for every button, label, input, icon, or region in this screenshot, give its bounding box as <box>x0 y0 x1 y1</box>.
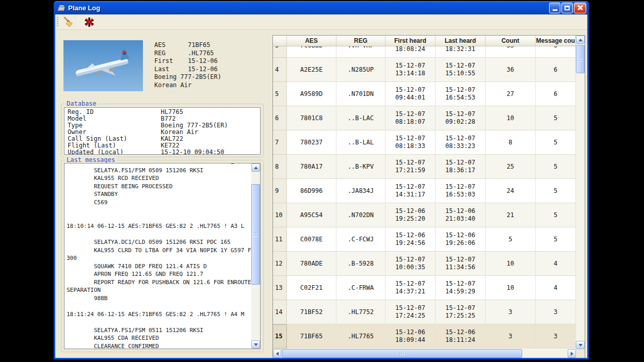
messages-scrollbar[interactable] <box>251 163 260 349</box>
cell-last-heard[interactable]: 15-12-0708:33:23 <box>436 130 486 155</box>
cell-reg[interactable]: .N285UP <box>336 58 385 82</box>
table-row[interactable]: 8780A17..B-KPV15-12-0717:21:5915-12-0718… <box>273 155 576 179</box>
table-row[interactable]: 10A95C54.N702DN15-12-0619:25:2015-12-062… <box>273 203 576 227</box>
row-number[interactable]: 3 <box>273 46 287 58</box>
row-number[interactable]: 5 <box>273 82 287 106</box>
table-vscrollbar[interactable] <box>576 36 585 349</box>
cell-reg[interactable]: ..B-LAC <box>336 106 385 130</box>
cell-reg[interactable]: .C-FRWA <box>336 276 385 300</box>
cell-first-heard[interactable]: 15-12-0717:21:59 <box>385 155 436 179</box>
cell-reg[interactable]: .JA834J <box>336 179 385 203</box>
column-header-reg[interactable]: REG <box>336 36 385 46</box>
cell-last-heard[interactable]: 15-12-0718:36:17 <box>436 155 486 179</box>
cell-count[interactable]: 10 <box>486 106 536 130</box>
cell-aes[interactable]: 71BF52 <box>287 300 336 324</box>
table-scroll-right-button[interactable] <box>568 349 576 358</box>
cell-first-heard[interactable]: 15-12-0717:24:25 <box>385 300 436 324</box>
row-number[interactable]: 6 <box>273 106 287 130</box>
cell-aes[interactable]: 780A17 <box>287 155 336 179</box>
row-number[interactable]: 9 <box>273 179 287 203</box>
corner-header[interactable] <box>273 36 287 46</box>
cell-count[interactable]: 21 <box>486 203 536 227</box>
cell-message-count[interactable]: 5 <box>536 106 576 130</box>
cell-reg[interactable]: .VH-VKF <box>336 46 385 58</box>
row-number[interactable]: 14 <box>273 300 287 324</box>
maximize-button[interactable] <box>561 3 573 13</box>
cell-aes[interactable]: 86D996 <box>287 179 336 203</box>
row-number[interactable]: 11 <box>273 227 287 252</box>
cell-aes[interactable]: C02F21 <box>287 276 336 300</box>
cell-last-heard[interactable]: 15-12-0711:34:56 <box>436 252 486 276</box>
cell-aes[interactable]: 780ADE <box>287 252 336 276</box>
cell-reg[interactable]: .C-FCWJ <box>336 227 385 252</box>
table-scroll-up-button[interactable] <box>576 36 585 44</box>
table-row[interactable]: 1571BF65.HL776515-12-0618:09:4415-12-061… <box>273 324 576 349</box>
column-header-aes[interactable]: AES <box>287 36 336 46</box>
cell-count[interactable]: 33 <box>486 46 536 58</box>
cell-message-count[interactable]: 5 <box>536 179 576 203</box>
table-scroll-left-button[interactable] <box>273 349 281 358</box>
table-vscroll-thumb[interactable] <box>576 45 585 73</box>
cell-first-heard[interactable]: 15-12-0710:00:35 <box>385 252 436 276</box>
table-hscroll-thumb[interactable] <box>282 349 522 358</box>
cell-first-heard[interactable]: 15-12-0619:25:20 <box>385 203 436 227</box>
cell-aes[interactable]: A2E25E <box>287 58 336 82</box>
table-row[interactable]: 13C02F21.C-FRWA15-12-0714:37:2115-12-071… <box>273 276 576 300</box>
messages-scroll-thumb[interactable] <box>251 184 260 285</box>
table-row[interactable]: 1471BF52.HL775215-12-0717:24:2515-12-071… <box>273 300 576 324</box>
cell-count[interactable]: 3 <box>486 300 536 324</box>
cell-message-count[interactable]: 5 <box>536 155 576 179</box>
table-row[interactable]: 986D996.JA834J15-12-0714:31:1715-12-0716… <box>273 179 576 203</box>
titlebar[interactable]: Plane Log <box>54 1 589 14</box>
table-scroll-down-button[interactable] <box>576 341 585 349</box>
cell-message-count[interactable]: 5 <box>536 227 576 252</box>
cell-first-heard[interactable]: 15-12-0714:37:21 <box>385 276 436 300</box>
cell-last-heard[interactable]: 15-12-0716:54:53 <box>436 82 486 106</box>
cell-reg[interactable]: ..B-LAL <box>336 130 385 155</box>
cell-count[interactable]: 5 <box>486 227 536 252</box>
cell-aes[interactable]: 7801C8 <box>287 106 336 130</box>
cell-reg[interactable]: .HL7752 <box>336 300 385 324</box>
row-number[interactable]: 15 <box>273 324 287 349</box>
cell-last-heard[interactable]: 15-12-0618:11:24 <box>436 324 486 349</box>
cell-last-heard[interactable]: 15-12-0718:32:31 <box>436 46 486 58</box>
table-row[interactable]: 5A9589D.N701DN15-12-0709:44:0115-12-0716… <box>273 82 576 106</box>
table-row[interactable]: 4A2E25E.N285UP15-12-0713:14:1815-12-0715… <box>273 58 576 82</box>
cell-message-count[interactable]: 6 <box>536 82 576 106</box>
cell-count[interactable]: 10 <box>486 252 536 276</box>
app-folder-icon[interactable] <box>57 4 66 12</box>
cell-aes[interactable]: C0078E <box>287 227 336 252</box>
cell-message-count[interactable]: 6 <box>536 46 576 58</box>
cell-first-heard[interactable]: 15-12-0708:18:07 <box>385 106 436 130</box>
cell-first-heard[interactable]: 15-12-0708:18:33 <box>385 130 436 155</box>
column-header-first-heard[interactable]: First heard <box>385 36 436 46</box>
cell-aes[interactable]: A95C54 <box>287 203 336 227</box>
cell-first-heard[interactable]: 15-12-0618:08:24 <box>385 46 436 58</box>
minimize-button[interactable] <box>549 3 560 13</box>
cell-count[interactable]: 25 <box>486 155 536 179</box>
row-number[interactable]: 10 <box>273 203 287 227</box>
column-header-message-cou[interactable]: Message cou <box>536 36 576 46</box>
column-header-count[interactable]: Count <box>486 36 536 46</box>
table-row[interactable]: 11C0078E.C-FCWJ15-12-0619:24:5615-12-061… <box>273 227 576 252</box>
row-number[interactable]: 13 <box>273 276 287 300</box>
table-hscrollbar[interactable] <box>273 349 576 358</box>
table-row[interactable]: 67801C8..B-LAC15-12-0708:18:0715-12-0709… <box>273 106 576 130</box>
table-row[interactable]: 12780ADE.B-592815-12-0710:00:3515-12-071… <box>273 252 576 276</box>
cell-reg[interactable]: .HL7765 <box>336 324 385 349</box>
cell-first-heard[interactable]: 15-12-0618:09:44 <box>385 324 436 349</box>
cell-first-heard[interactable]: 15-12-0714:31:17 <box>385 179 436 203</box>
table-row[interactable]: 7780237..B-LAL15-12-0708:18:3315-12-0708… <box>273 130 576 155</box>
messages-scroll-down-button[interactable] <box>251 340 260 349</box>
cell-reg[interactable]: ..B-KPV <box>336 155 385 179</box>
row-number[interactable]: 7 <box>273 130 287 155</box>
cell-message-count[interactable]: 5 <box>536 130 576 155</box>
cell-aes[interactable]: 7C6BBD <box>287 46 336 58</box>
cell-count[interactable]: 27 <box>486 82 536 106</box>
cell-first-heard[interactable]: 15-12-0619:24:56 <box>385 227 436 252</box>
cell-count[interactable]: 3 <box>486 324 536 349</box>
cell-aes[interactable]: 780237 <box>287 130 336 155</box>
cell-count[interactable]: 8 <box>486 130 536 155</box>
cell-message-count[interactable]: 4 <box>536 276 576 300</box>
cell-reg[interactable]: .B-5928 <box>336 252 385 276</box>
